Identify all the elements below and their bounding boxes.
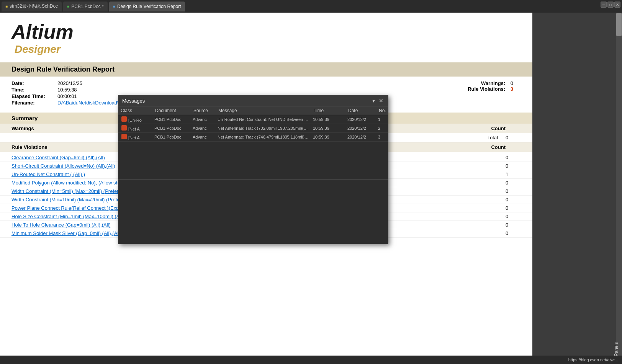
violation-count: 0: [506, 155, 521, 160]
dialog-cell-date: 2020/12/2: [346, 117, 376, 122]
time-label: Time:: [11, 87, 57, 93]
col-class: Class: [118, 108, 153, 113]
violation-count: 0: [506, 214, 521, 219]
violation-count: 0: [506, 230, 521, 236]
violation-count: 0: [506, 222, 521, 228]
maximize-button[interactable]: □: [607, 2, 614, 8]
violation-link[interactable]: Modified Polygon (Allow modified: No), (…: [11, 180, 126, 186]
tab-sch-label: stm32最小系统.SchDoc: [10, 3, 58, 10]
dialog-row[interactable]: [Un-Ro PCB1.PcbDoc Advanc Un-Routed Net …: [118, 115, 388, 124]
violation-link[interactable]: Clearance Constraint (Gap=6mil) (All),(A…: [11, 155, 105, 160]
violations-label: Rule Violations:: [468, 86, 505, 92]
pin-button[interactable]: ▾: [370, 98, 376, 104]
col-message: Message: [216, 108, 311, 113]
col-document: Document: [153, 108, 191, 113]
dialog-controls: ▾ ✕: [370, 98, 384, 104]
violation-count: 0: [506, 163, 521, 169]
warnings-total-label: Total: [488, 135, 498, 140]
window-controls: ─ □ ✕: [601, 2, 620, 8]
dialog-cell-date: 2020/12/2: [346, 135, 376, 139]
col-date: Date: [346, 108, 376, 113]
warnings-total-value: 0: [506, 135, 521, 140]
status-bar: https://blog.csdn.net/aiwr...: [0, 356, 622, 364]
dialog-row[interactable]: [Net A PCB1.PcbDoc Advanc Net Antennae: …: [118, 124, 388, 133]
error-icon: [121, 116, 127, 122]
dialog-bottom-area: [118, 180, 388, 244]
title-bar: ■ stm32最小系统.SchDoc ■ PCB1.PcbDoc * ■ Des…: [0, 0, 622, 13]
dialog-cell-document: PCB1.PcbDoc: [153, 117, 191, 122]
sch-icon: ■: [5, 4, 8, 8]
date-value: 2020/12/25: [57, 80, 521, 86]
violation-link[interactable]: Hole Size Constraint (Min=1mil) (Max=100…: [11, 214, 124, 219]
status-url: https://blog.csdn.net/aiwr...: [568, 357, 618, 362]
warnings-value: 0: [511, 80, 513, 86]
dialog-cell-message: Net Antennae: Track (746.479mil,1805.118…: [216, 135, 311, 139]
scrollbar-thumb[interactable]: [616, 13, 622, 36]
panels-label: Panels: [614, 342, 619, 356]
dialog-cell-no: 1: [376, 117, 388, 122]
dialog-cell-document: PCB1.PcbDoc: [153, 135, 191, 139]
scrollbar-track[interactable]: [616, 13, 622, 364]
close-button[interactable]: ✕: [614, 2, 620, 8]
violation-count: 0: [506, 197, 521, 202]
dialog-cell-time: 10:59:39: [311, 126, 346, 131]
violations-count-header: Count: [491, 144, 506, 150]
violation-link[interactable]: Minimum Solder Mask Sliver (Gap=0mil) (A…: [11, 230, 121, 236]
col-source: Source: [191, 108, 216, 113]
tab-pcb[interactable]: ■ PCB1.PcbDoc *: [63, 2, 108, 11]
dialog-cell-source: Advanc: [191, 117, 216, 122]
date-label: Date:: [11, 80, 57, 86]
dialog-title: Messages: [122, 98, 145, 104]
dialog-table-header: Class Document Source Message Time Date …: [118, 106, 388, 115]
violation-count: 0: [506, 180, 521, 186]
dialog-cell-message: Net Antennae: Track (702.09mil,1987.205m…: [216, 126, 311, 131]
dialog-cell-class: [Net A: [118, 125, 153, 131]
dialog-titlebar: Messages ▾ ✕: [118, 95, 388, 106]
violation-link[interactable]: Short-Circuit Constraint (Allowed=No) (A…: [11, 163, 115, 169]
dialog-cell-no: 2: [376, 126, 388, 131]
violation-link[interactable]: Hole To Hole Clearance (Gap=0mil) (All),…: [11, 222, 111, 228]
dialog-table-body: [Un-Ro PCB1.PcbDoc Advanc Un-Routed Net …: [118, 115, 388, 180]
error-icon: [121, 125, 127, 131]
time-value: 10:59:38: [57, 87, 521, 93]
dialog-cell-source: Advanc: [191, 126, 216, 131]
elapsed-label: Elapsed Time:: [11, 93, 57, 99]
dialog-cell-class: [Net A: [118, 134, 153, 140]
dialog-cell-source: Advanc: [191, 135, 216, 139]
warnings-label: Warnings:: [481, 80, 505, 86]
dialog-close-button[interactable]: ✕: [378, 98, 384, 104]
violation-count: 0: [506, 188, 521, 194]
tab-drc[interactable]: ■ Design Rule Verification Report: [109, 2, 185, 11]
designer-text: Designer: [15, 43, 61, 55]
right-panel: Panels: [532, 13, 622, 364]
report-title-bar: Design Rule Verification Report: [0, 62, 532, 77]
pcb-icon: ■: [67, 4, 69, 8]
error-icon: [121, 134, 127, 139]
dialog-cell-time: 10:59:39: [311, 135, 346, 139]
tab-pcb-label: PCB1.PcbDoc *: [71, 4, 104, 9]
report-title: Design Rule Verification Report: [11, 65, 521, 73]
dialog-cell-message: Un-Routed Net Constraint: Net GND Betwee…: [216, 117, 311, 122]
messages-dialog: Messages ▾ ✕ Class Document Source Messa…: [118, 95, 388, 244]
warnings-title: Warnings: [11, 126, 34, 131]
altium-logo: Altium Designer: [11, 20, 521, 55]
filename-label: Filename:: [11, 100, 57, 106]
dialog-row[interactable]: [Net A PCB1.PcbDoc Advanc Net Antennae: …: [118, 133, 388, 142]
dialog-cell-no: 3: [376, 135, 388, 139]
dialog-cell-class: [Un-Ro: [118, 116, 153, 122]
dialog-cell-date: 2020/12/2: [346, 126, 376, 131]
dialog-cell-time: 10:59:39: [311, 117, 346, 122]
tab-sch[interactable]: ■ stm32最小系统.SchDoc: [2, 2, 62, 11]
report-header: Altium Designer: [0, 13, 532, 59]
violation-link[interactable]: Un-Routed Net Constraint ( (All) ): [11, 171, 85, 177]
col-time: Time: [311, 108, 346, 113]
col-no: No.: [376, 108, 388, 113]
tab-drc-label: Design Rule Verification Report: [117, 4, 181, 9]
dialog-cell-document: PCB1.PcbDoc: [153, 126, 191, 131]
warnings-count-header: Count: [491, 126, 506, 131]
violations-value: 3: [511, 86, 513, 92]
violation-count: 0: [506, 205, 521, 211]
drc-icon: ■: [113, 4, 115, 8]
stats-panel: Warnings: 0 Rule Violations: 3: [468, 80, 513, 92]
minimize-button[interactable]: ─: [601, 2, 607, 8]
